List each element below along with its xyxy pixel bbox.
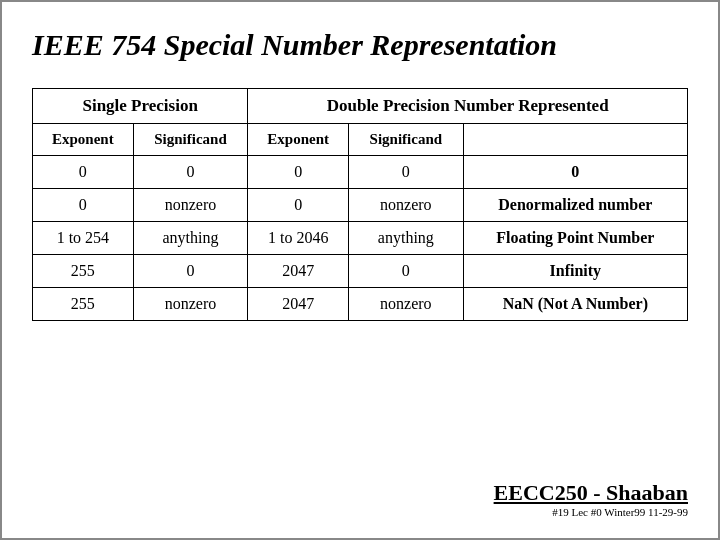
- header-sig2: Significand: [349, 124, 464, 156]
- cell-represented: Denormalized number: [463, 189, 687, 222]
- cell-sig2: 0: [349, 255, 464, 288]
- cell-sig1: anything: [133, 222, 248, 255]
- cell-exp1: 255: [33, 288, 134, 321]
- cell-represented: Floating Point Number: [463, 222, 687, 255]
- cell-represented: Infinity: [463, 255, 687, 288]
- footer: EECC250 - Shaaban #19 Lec #0 Winter99 11…: [32, 476, 688, 518]
- cell-sig2: nonzero: [349, 288, 464, 321]
- cell-exp2: 0: [248, 156, 349, 189]
- cell-exp2: 1 to 2046: [248, 222, 349, 255]
- cell-exp2: 2047: [248, 288, 349, 321]
- footer-brand: EECC250 - Shaaban: [494, 480, 688, 506]
- cell-exp1: 1 to 254: [33, 222, 134, 255]
- table-row: 00000: [33, 156, 688, 189]
- footer-sub: #19 Lec #0 Winter99 11-29-99: [494, 506, 688, 518]
- slide-title: IEEE 754 Special Number Representation: [32, 22, 688, 72]
- cell-sig1: 0: [133, 156, 248, 189]
- cell-sig2: 0: [349, 156, 464, 189]
- cell-exp2: 0: [248, 189, 349, 222]
- header-single-precision: Single Precision: [33, 89, 248, 124]
- cell-exp1: 0: [33, 156, 134, 189]
- cell-exp1: 0: [33, 189, 134, 222]
- header-sig1: Significand: [133, 124, 248, 156]
- cell-sig2: anything: [349, 222, 464, 255]
- table-row: 255020470Infinity: [33, 255, 688, 288]
- footer-right: EECC250 - Shaaban #19 Lec #0 Winter99 11…: [494, 480, 688, 518]
- table-row: 0nonzero0nonzeroDenormalized number: [33, 189, 688, 222]
- cell-sig1: nonzero: [133, 288, 248, 321]
- header-double-precision: Double Precision Number Represented: [248, 89, 688, 124]
- cell-exp2: 2047: [248, 255, 349, 288]
- table-row: 1 to 254anything1 to 2046anythingFloatin…: [33, 222, 688, 255]
- header-row-1: Single Precision Double Precision Number…: [33, 89, 688, 124]
- cell-represented: 0: [463, 156, 687, 189]
- table-row: 255nonzero2047nonzeroNaN (Not A Number): [33, 288, 688, 321]
- header-exp1: Exponent: [33, 124, 134, 156]
- special-number-table: Single Precision Double Precision Number…: [32, 88, 688, 321]
- slide: IEEE 754 Special Number Representation S…: [0, 0, 720, 540]
- cell-represented: NaN (Not A Number): [463, 288, 687, 321]
- cell-exp1: 255: [33, 255, 134, 288]
- header-row-2: Exponent Significand Exponent Significan…: [33, 124, 688, 156]
- cell-sig1: 0: [133, 255, 248, 288]
- header-exp2: Exponent: [248, 124, 349, 156]
- cell-sig2: nonzero: [349, 189, 464, 222]
- header-represented: [463, 124, 687, 156]
- cell-sig1: nonzero: [133, 189, 248, 222]
- table-wrapper: Single Precision Double Precision Number…: [32, 88, 688, 460]
